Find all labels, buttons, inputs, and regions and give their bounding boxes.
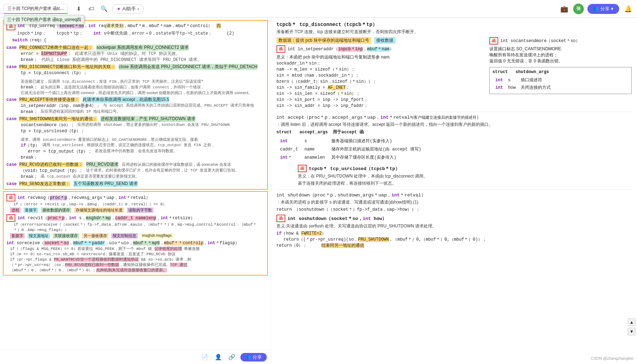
- share-icon: 👥: [593, 6, 599, 11]
- ai-assistant-button[interactable]: ✦ AI助手 ›: [112, 4, 144, 14]
- ai-chevron-icon: ›: [137, 6, 139, 11]
- topbar-right: 💼 张 👥 分享 ▾ 🔔: [559, 4, 633, 14]
- bottom-toolbar: 📄 👤 🔗 👥 分享: [0, 350, 271, 364]
- tcp-disconnect-section: tcpcb＊ tcp_disconnect（tcpcb＊tp） 准备断开 TCP…: [276, 21, 632, 109]
- tab-dropdown: 三十四 TCP的用户需求 函tcp_usrreq四: [4, 15, 84, 25]
- left-panel: 函 int tcp_usrreq（socket＊so，int req请求类别，m…: [0, 18, 271, 364]
- wallet-icon[interactable]: 💼: [559, 4, 570, 14]
- topbar-icons: ⬇ 🏷 🔍: [73, 4, 109, 14]
- case-send: case PRU_SEND发送正常数据： 五个写函数发布 PRU_SEND 请求: [6, 181, 264, 187]
- share-icon-2[interactable]: 🔗: [227, 352, 237, 362]
- right-panel: tcpcb＊ tcp_disconnect（tcpcb＊tp） 准备断开 TCP…: [271, 18, 637, 364]
- ai-star-icon: ✦: [117, 6, 121, 12]
- scroll-down-button[interactable]: ▼: [628, 328, 636, 335]
- scroll-up-button[interactable]: ▲: [628, 318, 636, 326]
- tcp-usrclosed-section: 函 tcpcb＊ tcp_usrclosed（tcpcb＊tp） 意义：在 PR…: [298, 165, 632, 186]
- share-icon-bottom: 👥: [245, 354, 251, 360]
- user-icon[interactable]: 👤: [213, 352, 223, 362]
- share-button[interactable]: 👥 分享 ▾: [587, 4, 619, 14]
- shutdown-desc1: ：本函关闭进程 p 的套接字 s 的读通道、写通道或读写通道(由how指明).(…: [276, 199, 632, 205]
- soreceive-section: int soreceive（socket＊so，mbuf＊＊paddr，uio＊…: [6, 240, 264, 273]
- case-shutdown: case PRU_SHUTDOWN结束同另一地址的通信： 进程发送数据结束，产生…: [6, 116, 264, 160]
- share-button-2[interactable]: 👥 分享: [240, 353, 267, 362]
- doc-icon[interactable]: 📄: [200, 352, 210, 362]
- tag-icon[interactable]: 🏷: [86, 4, 96, 14]
- bottom-code-block: 函 int recvmsg（proc＊p，recvmsg_args＊uap，in…: [3, 191, 268, 276]
- tcp-disconnect-desc: 准备断开 TCP 连接。tcp 连接未建立时可直接断开，否则按四次挥手断开。: [276, 29, 632, 35]
- bell-icon[interactable]: 🔔: [623, 4, 633, 14]
- ai-label: AI助手: [122, 6, 136, 12]
- tab-active[interactable]: 三十四 TCP的用户需求 函tc... 三十四 TCP的用户需求 函tcp_us…: [4, 4, 68, 14]
- disconnect-left: 数据源：提供 pcb 块中保存的远端地址和端口号 接收数据 函 int in_s…: [276, 37, 482, 109]
- tcp-usrreq-block: 函 int tcp_usrreq（socket＊so，int req请求类别，m…: [3, 20, 268, 190]
- case-connect2: case PRU_CONNECT2将两个插口连在一起： socketpair 系…: [6, 45, 264, 63]
- disconnect-detail: 数据源：提供 pcb 块中保存的远端地址和端口号 接收数据 函 int in_s…: [276, 37, 632, 109]
- download-icon[interactable]: ⬇: [73, 4, 83, 14]
- main-content: 函 int tcp_usrreq（socket＊so，int req请求类别，m…: [0, 18, 637, 364]
- accept-detail: struct accept_args 用于accept 函: [276, 129, 632, 135]
- share-label-bottom: 分享: [253, 354, 262, 360]
- shutdown-struct: struct shutdown_args int s 插口描述符 int how…: [489, 67, 632, 94]
- search-icon[interactable]: 🔍: [99, 4, 109, 14]
- soshutdown-section: 函 int soshutdown（socket＊so，int how） 意义:关…: [276, 215, 632, 248]
- scroll-arrows: ▲ ▼: [628, 318, 636, 335]
- tab-label: 三十四 TCP的用户需求 函tc...: [7, 6, 64, 12]
- share-label: 分享: [600, 6, 610, 12]
- shutdown-code: return （soshutdown（（socket＊）fp->f_data，u…: [276, 206, 632, 212]
- disconnect-right: 函 int socantsendmore（socket＊so） 设置插口标志 S…: [489, 37, 632, 109]
- share-chevron-icon: ▾: [611, 6, 613, 11]
- shutdown-section: int shutdown（proc＊p，shutdown_args＊uap，in…: [276, 192, 632, 212]
- case-rcvd: case PRU_RCVD进程已收到一些数据： PRU_RCVD请求 应用进程从…: [6, 162, 264, 180]
- switch-line: switch（req）{: [6, 37, 264, 43]
- func-vars: inpcb＊inp； tcpcb＊tp； int s中断优先级，error＝0，…: [6, 30, 264, 36]
- accept-struct: int s 服务器端插口描述符(实参传入) caddr_t name 储存外部主…: [276, 137, 425, 162]
- tcp-disconnect-func: tcpcb＊ tcp_disconnect（tcpcb＊tp）: [276, 21, 632, 28]
- case-disconnect: case PRU_DISCONNECT切断插口和另一地址间的关联： close …: [6, 64, 264, 96]
- case-accept: case PRU_ACCEPT等待并接受连接： 此请求来自系统调用 accept…: [6, 97, 264, 115]
- topbar: 三十四 TCP的用户需求 函tc... 三十四 TCP的用户需求 函tcp_us…: [0, 0, 637, 18]
- avatar[interactable]: 张: [573, 4, 584, 14]
- shutdown-func: int shutdown（proc＊p，shutdown_args＊uap，in…: [276, 192, 632, 198]
- recvmsg-section: 函 int recvmsg（proc＊p，recvmsg_args＊uap，in…: [6, 194, 264, 213]
- accept-func: int accept（proc＊p，accept_args＊uap，int＊re…: [276, 114, 632, 121]
- recvit-section: 函 int recvit（proc＊p，int s，msghdr＊mp，cadd…: [6, 214, 264, 239]
- watermark: CSDN @zhangzhaogkei: [591, 356, 633, 360]
- accept-section: int accept（proc＊p，accept_args＊uap，int＊re…: [276, 114, 632, 162]
- accept-desc: ：调用 listen 后，进程调用 accept 等待连接请求。accept 返…: [276, 122, 632, 128]
